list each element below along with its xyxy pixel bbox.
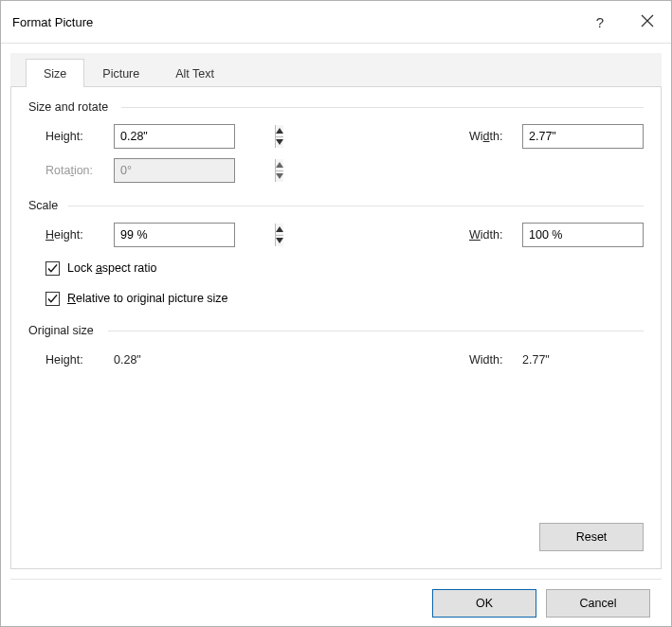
scale-height-label: Height:	[45, 228, 114, 242]
width-label: Width:	[469, 130, 522, 143]
width-spinbox[interactable]	[522, 124, 644, 149]
help-icon: ?	[596, 14, 604, 30]
height-spinbox[interactable]	[114, 124, 235, 149]
rotation-spin-up	[276, 159, 283, 170]
relative-original-checkbox[interactable]	[45, 292, 60, 306]
close-button[interactable]	[624, 1, 671, 43]
help-button[interactable]: ?	[576, 1, 624, 43]
titlebar: Format Picture ?	[1, 1, 671, 43]
width-input[interactable]	[523, 125, 672, 148]
section-size-rotate: Size and rotate	[28, 100, 644, 114]
height-label: Height:	[45, 130, 114, 143]
lock-aspect-label: Lock aspect ratio	[67, 261, 157, 275]
height-input[interactable]	[115, 125, 275, 148]
rotation-input	[115, 159, 275, 182]
scale-width-label: Width:	[469, 228, 522, 242]
height-spin-up[interactable]	[276, 125, 283, 136]
tab-size[interactable]: Size	[26, 59, 84, 87]
rotation-spin-down	[276, 170, 283, 183]
relative-original-label: Relative to original picture size	[67, 292, 228, 305]
scale-width-input[interactable]	[523, 224, 672, 246]
tabstrip: Size Picture Alt Text	[10, 53, 662, 87]
tab-alt-text[interactable]: Alt Text	[157, 59, 232, 87]
ok-button[interactable]: OK	[432, 589, 536, 618]
height-spin-down[interactable]	[276, 136, 283, 149]
scale-width-spinbox[interactable]	[522, 223, 644, 247]
check-icon	[47, 263, 58, 274]
section-original-size: Original size	[28, 324, 644, 337]
orig-height-label: Height:	[45, 353, 114, 367]
tab-content-size: Size and rotate Height: Width:	[10, 87, 662, 569]
scale-height-spin-up[interactable]	[276, 224, 283, 235]
scale-height-spinbox[interactable]	[114, 223, 235, 247]
tab-picture[interactable]: Picture	[84, 59, 157, 87]
cancel-button[interactable]: Cancel	[546, 589, 650, 618]
reset-button[interactable]: Reset	[539, 523, 644, 551]
lock-aspect-checkbox[interactable]	[45, 261, 60, 276]
dialog-button-bar: OK Cancel	[10, 579, 662, 626]
format-picture-dialog: Format Picture ? Size Picture Alt Text S…	[0, 0, 672, 627]
orig-width-value: 2.77"	[522, 353, 644, 367]
scale-height-input[interactable]	[115, 224, 275, 246]
close-icon	[641, 14, 654, 30]
window-title: Format Picture	[12, 15, 93, 29]
orig-height-value: 0.28"	[114, 353, 141, 367]
orig-width-label: Width:	[469, 353, 522, 367]
check-icon	[47, 294, 58, 304]
scale-height-spin-down[interactable]	[276, 235, 283, 247]
rotation-label: Rotation:	[45, 164, 114, 177]
rotation-spinbox	[114, 158, 235, 183]
section-scale: Scale	[28, 199, 644, 212]
